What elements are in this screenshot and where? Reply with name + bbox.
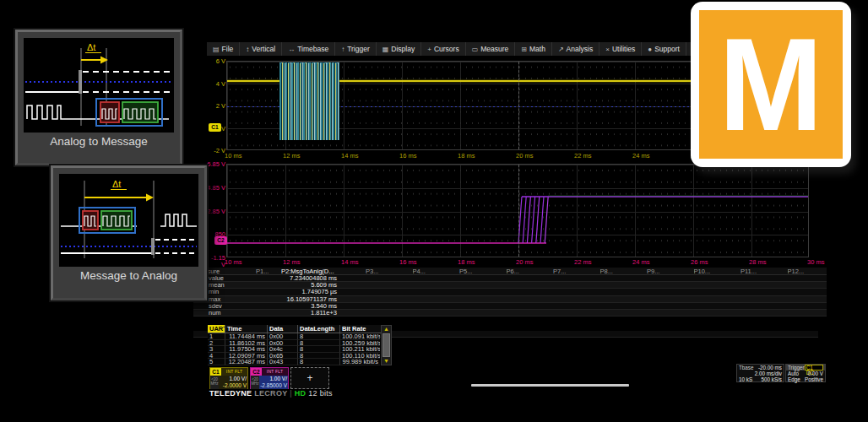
uart-row-time: 12.20487 ms — [225, 359, 267, 365]
channel-c2-descriptor[interactable]: C2 INT FLT DSB <20MHz 1.00 V/ -2.85000 V — [250, 367, 289, 389]
uart-col-datalength[interactable]: DataLength — [297, 325, 339, 333]
uart-row[interactable]: 5 12.20487 ms 0x43 8 99.989 kbit/s — [208, 359, 392, 365]
uart-row-length: 8 — [297, 359, 339, 365]
channel-c1-descriptor[interactable]: C1 INT FLT DSB <20MHz 1.00 V/ -2.0000 V — [209, 367, 248, 389]
uart-row[interactable]: 4 12.09097 ms 0x65 8 100.110 kbit/s — [208, 353, 392, 360]
uart-col-time[interactable]: Time — [225, 325, 267, 333]
measure-column-header[interactable]: P1... — [256, 268, 281, 275]
grid1-x-tick-label: 16 ms — [399, 152, 416, 160]
uart-row-number: 2 — [208, 340, 225, 347]
c2-zero-marker[interactable]: C2 — [214, 236, 227, 245]
c1-offset: -2.0000 V — [219, 382, 247, 389]
menu-item-label: Display — [391, 45, 415, 53]
trigger-label: Trigger — [788, 365, 805, 371]
menu-item-label: Timebase — [297, 45, 328, 53]
level-transition-tick — [151, 238, 155, 255]
uart-row-time: 11.74484 ms — [225, 333, 267, 340]
inset-caption: Message to Analog — [53, 269, 204, 282]
measure-column-header[interactable]: P7... — [553, 268, 600, 275]
c1-zero-marker[interactable]: C1 — [209, 123, 221, 132]
measure-column-header[interactable]: P3... — [366, 268, 413, 275]
analog-to-message-panel[interactable]: Δt Analog to Message — [15, 30, 182, 165]
uart-protocol-chip[interactable]: UART — [208, 325, 225, 333]
measure-row[interactable]: num 1.811e+3 — [193, 310, 827, 316]
digital-signal-trace — [160, 214, 197, 226]
timebase-samples: 10 kS — [739, 376, 752, 382]
menu-item[interactable]: ● Support — [642, 42, 686, 56]
uart-row[interactable]: 1 11.74484 ms 0x00 8 100.091 kbit/s — [208, 333, 392, 340]
menu-item-label: Vertical — [252, 45, 275, 53]
grid2-x-tick-label: 12 ms — [283, 258, 300, 266]
scroll-down-icon[interactable]: ▼ — [383, 358, 389, 365]
uart-col-data[interactable]: Data — [267, 325, 297, 333]
measure-row[interactable]: sdev 3.540 ms — [193, 303, 827, 310]
uart-table-header: UART Time Data DataLength Bit Rate — [208, 325, 392, 333]
uart-row-time: 11.86102 ms — [225, 340, 267, 347]
grid2-x-tick-label: 22 ms — [574, 258, 591, 266]
logo-orange-square: M — [699, 10, 843, 159]
measure-row[interactable]: value 7.234004808 ms — [193, 275, 827, 282]
uart-col-bitrate[interactable]: Bit Rate — [339, 325, 380, 333]
brand-footer: TELEDYNE LECROY | HD 12 bits — [209, 389, 333, 398]
timebase-descriptor[interactable]: Tbase-20.00 ms 2.00 ms/div 10 kS500 kS/s — [736, 364, 784, 382]
measure-column-header[interactable]: P8... — [600, 268, 648, 275]
grid1-y-tick-label: 4 V — [208, 81, 225, 88]
grid2-x-tick-label: 14 ms — [341, 258, 358, 266]
measure-column-header[interactable]: P12... — [788, 268, 835, 275]
trigger-descriptor[interactable]: TriggerC1 DC Auto0.00 V EdgePositive — [785, 364, 826, 382]
scroll-up-icon[interactable]: ▲ — [383, 326, 389, 333]
grid2-x-tick-label: 28 ms — [749, 258, 766, 266]
menu-item[interactable]: ▭ Measure — [466, 42, 516, 56]
uart-row[interactable]: 3 11.97504 ms 0x4c 8 100.211 kbit/s — [208, 346, 392, 353]
measure-column-header[interactable]: P4... — [413, 268, 460, 275]
menu-item-icon: + — [427, 46, 431, 53]
uart-row[interactable]: 2 11.86102 ms 0x00 8 100.259 kbit/s — [208, 340, 392, 347]
data-bits-box — [101, 211, 132, 230]
uart-row-bitrate: 99.989 kbit/s — [339, 359, 380, 365]
measure-column-header[interactable]: P11... — [741, 268, 788, 275]
uart-scrollbar[interactable]: ▲ ▼ — [381, 325, 392, 365]
measure-column-header[interactable]: P9... — [647, 268, 694, 275]
timebase-label: Tbase — [739, 365, 754, 371]
menu-item[interactable]: × Utilities — [599, 42, 642, 56]
timebase-per-div: 2.00 ms/div — [755, 371, 782, 376]
grid1-x-tick-label: 20 ms — [516, 152, 533, 160]
menu-item[interactable]: + Cursors — [421, 42, 465, 56]
trigger-type: Edge — [788, 376, 800, 382]
measure-column-header[interactable]: P10... — [694, 268, 741, 275]
add-trace-button[interactable]: + — [290, 367, 329, 389]
menu-item[interactable]: ⊞ Math — [515, 42, 552, 56]
measure-row[interactable]: max 16.105971137 ms — [193, 296, 827, 303]
menu-item[interactable]: ↗ Analysis — [552, 42, 599, 56]
menu-item[interactable]: ↔ Timebase — [282, 42, 335, 56]
trigger-mode: Auto — [788, 371, 799, 376]
scrollbar-thumb[interactable] — [382, 333, 390, 357]
trigger-position-marker — [518, 62, 519, 149]
uart-row-length: 8 — [297, 333, 339, 340]
menu-item-icon: ▦ — [382, 46, 389, 53]
measure-table-rows: value 7.234004808 ms mean 5.609 ms min 1… — [193, 275, 827, 316]
menu-item-label: Math — [529, 45, 545, 53]
menu-item[interactable]: ↑ Trigger — [335, 42, 377, 56]
menu-item[interactable]: ↕ Vertical — [240, 42, 282, 56]
uart-row-data: 0x00 — [267, 333, 297, 340]
grid2-x-tick-label: 18 ms — [458, 258, 475, 266]
menu-item[interactable]: ▤ File — [207, 42, 240, 56]
measure-column-header[interactable]: P5... — [459, 268, 507, 275]
grid2-y-tick-label: 2.85 V — [207, 208, 225, 215]
measure-row[interactable]: mean 5.609 ms — [193, 282, 827, 289]
horizontal-scrollbar[interactable] — [471, 384, 629, 387]
c1-volts-per-div: 1.00 V/ — [219, 376, 247, 382]
menu-item[interactable]: ▦ Display — [377, 42, 421, 56]
message-to-analog-panel[interactable]: Δt Message to Analog — [51, 165, 207, 300]
uart-table-body: 1 11.74484 ms 0x00 8 100.091 kbit/s 2 11… — [208, 333, 392, 365]
uart-row-data: 0x00 — [267, 340, 297, 347]
waveform-grid-c2[interactable] — [226, 164, 809, 257]
measure-column-header[interactable]: P6... — [507, 268, 554, 275]
c2-volts-per-div: 1.00 V/ — [259, 376, 287, 382]
trigger-slope: Positive — [805, 376, 823, 382]
uart-row-number: 3 — [208, 346, 225, 353]
analog-to-message-diagram: Δt — [24, 38, 174, 133]
timebase-delay: -20.00 ms — [758, 365, 782, 371]
uart-row-bitrate: 100.091 kbit/s — [339, 333, 380, 340]
